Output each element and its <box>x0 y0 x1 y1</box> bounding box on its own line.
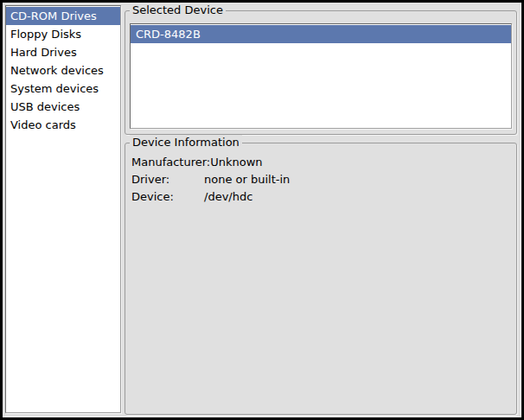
device-information-frame-label: Device Information <box>130 135 242 150</box>
device-info-row-manufacturer: Manufacturer: Unknown <box>131 154 511 171</box>
hardware-browser-window: CD-ROM Drives Floppy Disks Hard Drives N… <box>3 3 521 417</box>
sidebar-item-video-cards[interactable]: Video cards <box>6 116 120 134</box>
selected-device-frame: Selected Device CRD-8482B <box>125 10 517 135</box>
device-info-value-device: /dev/hdc <box>204 188 252 206</box>
device-category-list[interactable]: CD-ROM Drives Floppy Disks Hard Drives N… <box>5 5 121 413</box>
sidebar-item-system-devices[interactable]: System devices <box>6 80 120 98</box>
device-info-value-driver: none or built-in <box>204 171 290 188</box>
sidebar-item-cdrom-drives[interactable]: CD-ROM Drives <box>6 7 120 25</box>
sidebar-item-network-devices[interactable]: Network devices <box>6 61 120 80</box>
device-list[interactable]: CRD-8482B <box>130 23 512 129</box>
sidebar-item-floppy-disks[interactable]: Floppy Disks <box>6 25 120 43</box>
device-info-fields: Manufacturer: Unknown Driver: none or bu… <box>131 154 511 206</box>
device-info-row-driver: Driver: none or built-in <box>131 171 511 188</box>
device-info-label-driver: Driver: <box>131 171 204 188</box>
device-info-value-manufacturer: Unknown <box>210 154 262 171</box>
device-info-label-device: Device: <box>131 188 204 206</box>
device-info-label-manufacturer: Manufacturer: <box>131 154 210 171</box>
device-info-row-device: Device: /dev/hdc <box>131 188 511 206</box>
device-information-frame: Device Information Manufacturer: Unknown… <box>125 143 517 415</box>
sidebar-item-hard-drives[interactable]: Hard Drives <box>6 43 120 61</box>
sidebar-item-usb-devices[interactable]: USB devices <box>6 98 120 116</box>
selected-device-frame-label: Selected Device <box>130 3 226 18</box>
device-list-item[interactable]: CRD-8482B <box>131 25 511 43</box>
